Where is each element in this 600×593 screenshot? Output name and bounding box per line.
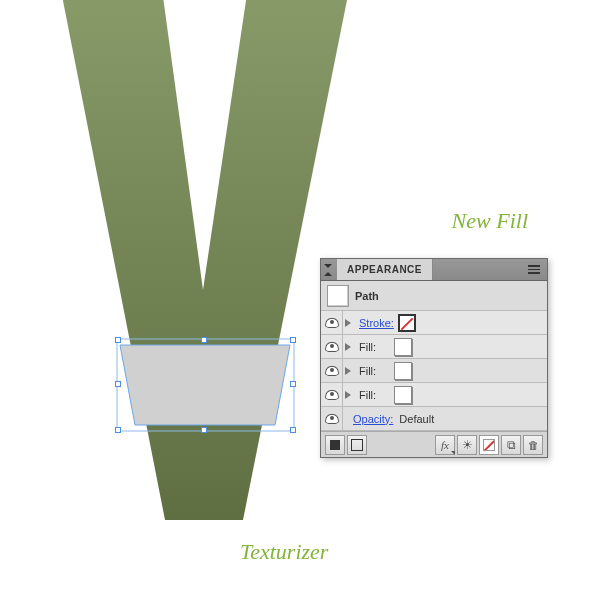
fill-row-1[interactable]: Fill: [321,335,547,359]
clear-appearance-icon[interactable] [457,435,477,455]
no-fill-icon[interactable] [479,435,499,455]
panel-titlebar[interactable]: APPEARANCE [321,259,547,281]
annotation-new-fill: New Fill [452,208,528,234]
eye-icon [325,318,339,328]
stroke-label[interactable]: Stroke: [355,317,394,329]
selection-handle[interactable] [290,337,296,343]
selection-handle[interactable] [115,381,121,387]
selection-handle[interactable] [290,381,296,387]
fill-label: Fill: [355,389,376,401]
selection-handle[interactable] [290,427,296,433]
selection-handle[interactable] [115,427,121,433]
eye-icon [325,366,339,376]
annotation-texturizer: Texturizer [240,539,328,565]
panel-title: APPEARANCE [347,264,422,275]
add-new-stroke-icon[interactable] [347,435,367,455]
disclosure-triangle-icon[interactable] [345,367,351,375]
svg-marker-0 [120,345,290,425]
artboard: New Fill Texturizer APPEARANCE Path Stro… [0,0,600,593]
fill-swatch[interactable] [394,386,412,404]
opacity-label[interactable]: Opacity: [353,413,393,425]
fill-label: Fill: [355,365,376,377]
stroke-swatch-none[interactable] [398,314,416,332]
visibility-toggle[interactable] [321,335,343,358]
fill-row-2[interactable]: Fill: [321,359,547,383]
eye-icon [325,414,339,424]
appearance-tab[interactable]: APPEARANCE [337,259,433,280]
selection-handle[interactable] [115,337,121,343]
fill-swatch[interactable] [394,338,412,356]
visibility-toggle[interactable] [321,383,343,406]
eye-icon [325,390,339,400]
opacity-value: Default [399,413,434,425]
collapse-chevrons-icon[interactable] [321,263,335,277]
delete-item-icon[interactable] [523,435,543,455]
panel-footer [321,431,547,457]
visibility-toggle[interactable] [321,359,343,382]
duplicate-item-icon[interactable] [501,435,521,455]
disclosure-triangle-icon[interactable] [345,319,351,327]
add-new-fill-icon[interactable] [325,435,345,455]
target-label: Path [355,290,379,302]
target-thumbnail-icon [327,285,349,307]
fill-swatch[interactable] [394,362,412,380]
panel-flyout-menu-icon[interactable] [525,265,543,274]
selection-handle[interactable] [201,427,207,433]
disclosure-triangle-icon[interactable] [345,391,351,399]
eye-icon [325,342,339,352]
opacity-row[interactable]: Opacity: Default [321,407,547,431]
target-row[interactable]: Path [321,281,547,311]
selection-handle[interactable] [201,337,207,343]
fill-label: Fill: [355,341,376,353]
stroke-row[interactable]: Stroke: [321,311,547,335]
visibility-toggle[interactable] [321,407,343,430]
add-effect-icon[interactable] [435,435,455,455]
visibility-toggle[interactable] [321,311,343,334]
disclosure-triangle-icon[interactable] [345,343,351,351]
fill-row-3[interactable]: Fill: [321,383,547,407]
appearance-panel: APPEARANCE Path Stroke: Fill: Fill: [320,258,548,458]
